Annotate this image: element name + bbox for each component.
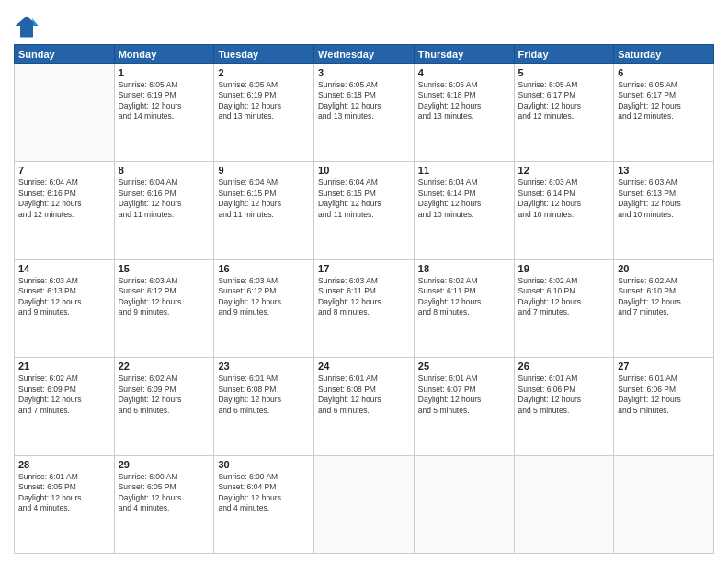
svg-marker-0 (15, 17, 38, 38)
day-info: Sunrise: 6:03 AMSunset: 6:12 PMDaylight:… (119, 276, 210, 318)
calendar-week-3: 14Sunrise: 6:03 AMSunset: 6:13 PMDayligh… (15, 259, 714, 357)
day-cell-22: 22Sunrise: 6:02 AMSunset: 6:09 PMDayligh… (114, 358, 214, 455)
weekday-header-saturday: Saturday (614, 45, 714, 64)
day-info: Sunrise: 6:05 AMSunset: 6:17 PMDaylight:… (518, 80, 610, 122)
weekday-header-friday: Friday (514, 45, 614, 64)
day-info: Sunrise: 6:02 AMSunset: 6:10 PMDaylight:… (518, 276, 610, 318)
day-number: 16 (218, 263, 310, 274)
day-info: Sunrise: 6:03 AMSunset: 6:12 PMDaylight:… (218, 276, 310, 318)
day-number: 2 (218, 67, 310, 78)
day-cell-23: 23Sunrise: 6:01 AMSunset: 6:08 PMDayligh… (214, 358, 314, 455)
day-info: Sunrise: 6:05 AMSunset: 6:18 PMDaylight:… (318, 80, 410, 122)
day-number: 24 (318, 361, 410, 372)
day-cell-9: 9Sunrise: 6:04 AMSunset: 6:15 PMDaylight… (214, 162, 314, 259)
day-info: Sunrise: 6:01 AMSunset: 6:08 PMDaylight:… (318, 373, 410, 416)
day-number: 15 (119, 263, 210, 274)
day-info: Sunrise: 6:01 AMSunset: 6:08 PMDaylight:… (218, 373, 310, 416)
day-info: Sunrise: 6:01 AMSunset: 6:07 PMDaylight:… (418, 373, 510, 416)
day-info: Sunrise: 6:05 AMSunset: 6:18 PMDaylight:… (418, 80, 510, 122)
day-cell-7: 7Sunrise: 6:04 AMSunset: 6:16 PMDaylight… (15, 162, 115, 259)
day-info: Sunrise: 6:02 AMSunset: 6:09 PMDaylight:… (18, 373, 110, 416)
day-info: Sunrise: 6:01 AMSunset: 6:06 PMDaylight:… (518, 373, 610, 416)
empty-cell (414, 455, 514, 553)
calendar-week-4: 21Sunrise: 6:02 AMSunset: 6:09 PMDayligh… (15, 358, 714, 455)
day-cell-16: 16Sunrise: 6:03 AMSunset: 6:12 PMDayligh… (214, 259, 314, 357)
day-info: Sunrise: 6:05 AMSunset: 6:19 PMDaylight:… (218, 80, 310, 122)
day-number: 19 (518, 263, 610, 274)
day-number: 4 (418, 67, 510, 78)
day-cell-25: 25Sunrise: 6:01 AMSunset: 6:07 PMDayligh… (414, 358, 514, 455)
day-info: Sunrise: 6:04 AMSunset: 6:14 PMDaylight:… (418, 178, 510, 220)
day-info: Sunrise: 6:03 AMSunset: 6:11 PMDaylight:… (318, 276, 410, 318)
calendar-week-2: 7Sunrise: 6:04 AMSunset: 6:16 PMDaylight… (15, 162, 714, 259)
weekday-header-thursday: Thursday (414, 45, 514, 64)
weekday-header-monday: Monday (114, 45, 214, 64)
day-number: 22 (119, 361, 210, 372)
calendar-table: SundayMondayTuesdayWednesdayThursdayFrid… (14, 44, 714, 554)
day-number: 8 (119, 165, 210, 176)
day-info: Sunrise: 6:02 AMSunset: 6:11 PMDaylight:… (418, 276, 510, 318)
calendar-header-row: SundayMondayTuesdayWednesdayThursdayFrid… (15, 45, 714, 64)
empty-cell (514, 455, 614, 553)
calendar-week-1: 1Sunrise: 6:05 AMSunset: 6:19 PMDaylight… (15, 64, 714, 162)
day-info: Sunrise: 6:04 AMSunset: 6:16 PMDaylight:… (119, 178, 210, 220)
day-info: Sunrise: 6:04 AMSunset: 6:15 PMDaylight:… (218, 178, 310, 220)
day-number: 1 (119, 67, 210, 78)
day-cell-14: 14Sunrise: 6:03 AMSunset: 6:13 PMDayligh… (15, 259, 115, 357)
day-info: Sunrise: 6:02 AMSunset: 6:10 PMDaylight:… (618, 276, 710, 318)
logo-icon (14, 13, 40, 39)
day-cell-17: 17Sunrise: 6:03 AMSunset: 6:11 PMDayligh… (314, 259, 415, 357)
day-cell-2: 2Sunrise: 6:05 AMSunset: 6:19 PMDaylight… (214, 64, 314, 162)
day-cell-4: 4Sunrise: 6:05 AMSunset: 6:18 PMDaylight… (414, 64, 514, 162)
day-number: 5 (518, 67, 610, 78)
weekday-header-sunday: Sunday (15, 45, 115, 64)
day-cell-21: 21Sunrise: 6:02 AMSunset: 6:09 PMDayligh… (15, 358, 115, 455)
day-cell-11: 11Sunrise: 6:04 AMSunset: 6:14 PMDayligh… (414, 162, 514, 259)
day-cell-30: 30Sunrise: 6:00 AMSunset: 6:04 PMDayligh… (214, 455, 314, 553)
day-cell-1: 1Sunrise: 6:05 AMSunset: 6:19 PMDaylight… (114, 64, 214, 162)
day-cell-10: 10Sunrise: 6:04 AMSunset: 6:15 PMDayligh… (314, 162, 415, 259)
day-cell-8: 8Sunrise: 6:04 AMSunset: 6:16 PMDaylight… (114, 162, 214, 259)
day-cell-15: 15Sunrise: 6:03 AMSunset: 6:12 PMDayligh… (114, 259, 214, 357)
day-info: Sunrise: 6:02 AMSunset: 6:09 PMDaylight:… (119, 373, 210, 416)
day-number: 17 (318, 263, 410, 274)
day-number: 13 (618, 165, 710, 176)
logo (14, 13, 43, 39)
day-number: 12 (518, 165, 610, 176)
day-number: 7 (18, 165, 110, 176)
day-info: Sunrise: 6:05 AMSunset: 6:17 PMDaylight:… (618, 80, 710, 122)
day-cell-6: 6Sunrise: 6:05 AMSunset: 6:17 PMDaylight… (614, 64, 714, 162)
day-info: Sunrise: 6:03 AMSunset: 6:13 PMDaylight:… (618, 178, 710, 220)
day-number: 26 (518, 361, 610, 372)
weekday-header-wednesday: Wednesday (314, 45, 415, 64)
day-cell-24: 24Sunrise: 6:01 AMSunset: 6:08 PMDayligh… (314, 358, 415, 455)
day-number: 30 (218, 459, 310, 470)
day-number: 3 (318, 67, 410, 78)
calendar-week-5: 28Sunrise: 6:01 AMSunset: 6:05 PMDayligh… (15, 455, 714, 553)
day-number: 25 (418, 361, 510, 372)
day-number: 28 (18, 459, 110, 470)
weekday-header-tuesday: Tuesday (214, 45, 314, 64)
day-info: Sunrise: 6:03 AMSunset: 6:14 PMDaylight:… (518, 178, 610, 220)
day-number: 20 (618, 263, 710, 274)
day-number: 6 (618, 67, 710, 78)
day-cell-27: 27Sunrise: 6:01 AMSunset: 6:06 PMDayligh… (614, 358, 714, 455)
day-info: Sunrise: 6:04 AMSunset: 6:16 PMDaylight:… (18, 178, 110, 220)
day-number: 21 (18, 361, 110, 372)
empty-cell (15, 64, 115, 162)
day-number: 14 (18, 263, 110, 274)
day-cell-13: 13Sunrise: 6:03 AMSunset: 6:13 PMDayligh… (614, 162, 714, 259)
day-info: Sunrise: 6:03 AMSunset: 6:13 PMDaylight:… (18, 276, 110, 318)
day-cell-20: 20Sunrise: 6:02 AMSunset: 6:10 PMDayligh… (614, 259, 714, 357)
empty-cell (314, 455, 415, 553)
day-number: 10 (318, 165, 410, 176)
day-number: 29 (119, 459, 210, 470)
day-info: Sunrise: 6:00 AMSunset: 6:04 PMDaylight:… (218, 472, 310, 514)
day-info: Sunrise: 6:01 AMSunset: 6:05 PMDaylight:… (18, 472, 110, 514)
day-info: Sunrise: 6:05 AMSunset: 6:19 PMDaylight:… (119, 80, 210, 122)
header (14, 9, 714, 39)
day-cell-26: 26Sunrise: 6:01 AMSunset: 6:06 PMDayligh… (514, 358, 614, 455)
day-number: 18 (418, 263, 510, 274)
day-cell-19: 19Sunrise: 6:02 AMSunset: 6:10 PMDayligh… (514, 259, 614, 357)
page: SundayMondayTuesdayWednesdayThursdayFrid… (0, 0, 728, 563)
